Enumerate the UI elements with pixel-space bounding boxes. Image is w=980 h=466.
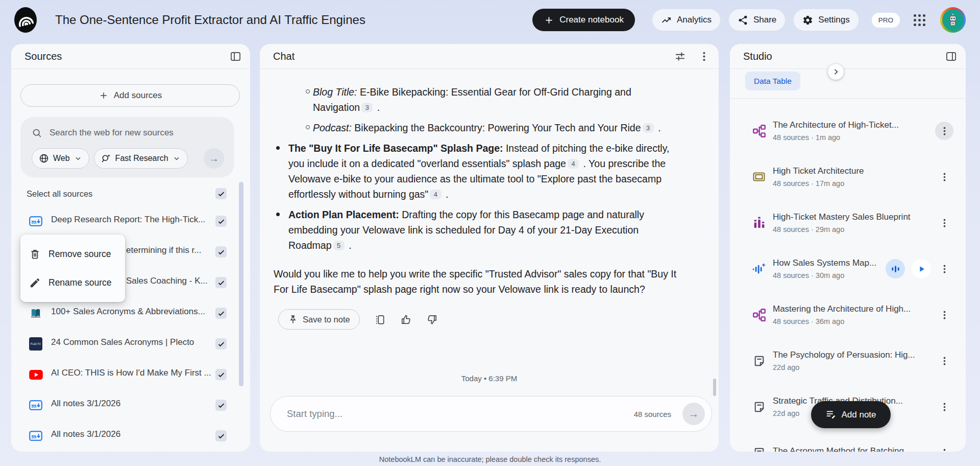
source-checkbox[interactable] [215,369,227,380]
rename-source-menu-item[interactable]: Rename source [20,268,125,297]
add-sources-button[interactable]: Add sources [20,84,240,107]
studio-list-item[interactable]: High Ticket Architecture48 sources · 17m… [730,154,966,200]
message-actions-row: Save to note [278,309,681,330]
search-submit-button[interactable]: → [204,148,224,169]
studio-panel-title: Studio [743,51,772,62]
studio-item-menu-icon[interactable] [935,306,953,324]
studio-item-menu-icon[interactable] [935,444,953,452]
analytics-button[interactable]: Analytics [652,9,721,31]
studio-item-title: How Sales Systems Map... [773,258,886,268]
create-notebook-label: Create notebook [559,15,624,25]
sources-scrollbar[interactable] [239,182,243,386]
source-checkbox[interactable] [215,308,227,319]
frame-icon [751,171,767,183]
source-list-item[interactable]: mAll notes 3/1/2026 [11,421,250,451]
studio-item-text: The Acronym Method for Batching... [773,446,935,452]
source-checkbox[interactable] [215,277,227,288]
save-to-note-button[interactable]: Save to note [278,309,360,330]
text-segment: Podcast: [313,122,352,133]
play-button[interactable] [912,259,931,278]
gear-icon [802,15,813,26]
source-title: All notes 3/1/2026 [51,429,215,439]
settings-label: Settings [818,15,849,25]
studio-item-menu-icon[interactable] [935,398,953,416]
source-title: Deep Research Report: The High-Tick... [51,215,215,225]
citation-chip[interactable]: 5 [333,241,345,250]
studio-item-menu-icon[interactable] [935,122,953,140]
more-options-icon[interactable] [698,51,710,62]
settings-button[interactable]: Settings [793,9,859,31]
chevron-right-icon [831,67,840,76]
chip-scroll-right-button[interactable] [828,64,844,80]
research-mode-dropdown[interactable]: Fast Research [94,148,188,169]
plecto-icon: PLECTO [29,337,43,351]
robot-avatar-image [942,9,964,31]
create-notebook-button[interactable]: Create notebook [532,9,635,31]
web-source-dropdown[interactable]: Web [32,148,89,169]
citation-chip[interactable]: 4 [430,190,441,199]
source-checkbox[interactable] [215,338,227,350]
chat-settings-icon[interactable] [674,51,686,62]
audio-waveform-icon [751,262,767,276]
studio-list-item[interactable]: Mastering the Architecture of High...48 … [730,292,966,338]
data-table-chip[interactable]: Data Table [745,72,800,90]
studio-list-item[interactable]: High-Ticket Mastery Sales Blueprint48 so… [730,200,966,246]
source-count: 48 sources [634,410,671,418]
citation-chip[interactable]: 4 [568,159,579,169]
source-list-item[interactable]: 100+ Sales Acronyms & Abbreviations... [11,298,250,329]
thumbs-down-icon[interactable] [426,314,438,325]
chat-bullet-item: Podcast: Bikepacking the Backcountry: Po… [274,120,681,135]
collapse-panel-icon[interactable] [230,51,241,62]
audio-overview-button[interactable] [886,259,905,278]
pin-icon [288,314,298,324]
chat-input[interactable] [287,408,634,420]
share-button[interactable]: Share [728,9,786,31]
thumbs-up-icon[interactable] [400,314,412,325]
studio-list-item[interactable]: The Psychology of Persuasion: Hig...22d … [730,338,966,384]
avatar[interactable] [940,7,966,33]
source-list-item[interactable]: AI CEO: THIS is How I'd Make My First ..… [11,359,250,390]
source-checkbox[interactable] [215,246,227,258]
chat-scrollbar[interactable] [713,379,716,396]
source-title: 100+ Sales Acronyms & Abbreviations... [51,307,215,317]
markdown-icon: m [29,216,43,226]
studio-list-item[interactable]: How Sales Systems Map...48 sources · 30m… [730,246,966,292]
studio-item-menu-icon[interactable] [935,214,953,232]
studio-list-item[interactable]: The Acronym Method for Batching... [730,430,966,452]
source-list-item[interactable]: mAll notes 3/1/2026 [11,390,250,421]
source-list-item[interactable]: mDeep Research Report: The High-Tick... [11,206,250,237]
remove-source-menu-item[interactable]: Remove source [20,240,125,268]
studio-item-menu-icon[interactable] [935,260,953,278]
source-checkbox[interactable] [215,216,227,227]
google-apps-grid-icon[interactable] [914,14,925,26]
studio-item-meta: 48 sources · 36m ago [773,317,935,325]
source-list-item[interactable]: PLECTO24 Common Sales Acronyms | Plecto [11,329,250,359]
studio-item-title: High Ticket Architecture [773,166,935,176]
web-search-box: Web Fast Research → [20,117,234,177]
studio-item-title: Mastering the Architecture of High... [773,304,935,314]
select-all-checkbox[interactable] [215,188,227,199]
copy-icon[interactable] [374,314,386,325]
text-segment: Blog Title: [313,86,357,98]
add-note-button[interactable]: Add note [811,401,891,428]
source-checkbox[interactable] [215,400,227,411]
collapse-panel-icon[interactable] [945,51,957,62]
sub-bullet-marker [306,125,310,129]
studio-item-menu-icon[interactable] [935,168,953,186]
chat-message: Blog Title: E-Bike Bikepacking: Essentia… [274,69,681,330]
citation-chip[interactable]: 3 [643,123,654,133]
notebooklm-logo-icon[interactable] [13,7,38,33]
citation-chip[interactable]: 3 [361,103,373,112]
studio-item-actions [886,259,931,278]
studio-list-item[interactable]: The Architecture of High-Ticket...48 sou… [730,108,966,154]
text-segment: . [443,189,449,200]
trash-icon [29,248,41,260]
search-input[interactable] [50,128,227,138]
studio-item-text: High Ticket Architecture48 sources · 17m… [773,166,935,188]
add-sources-label: Add sources [114,90,162,101]
studio-item-meta: 48 sources · 29m ago [773,225,935,234]
document-icon [751,401,767,413]
studio-item-menu-icon[interactable] [935,352,953,370]
source-checkbox[interactable] [215,430,227,441]
send-button[interactable]: → [682,403,705,425]
